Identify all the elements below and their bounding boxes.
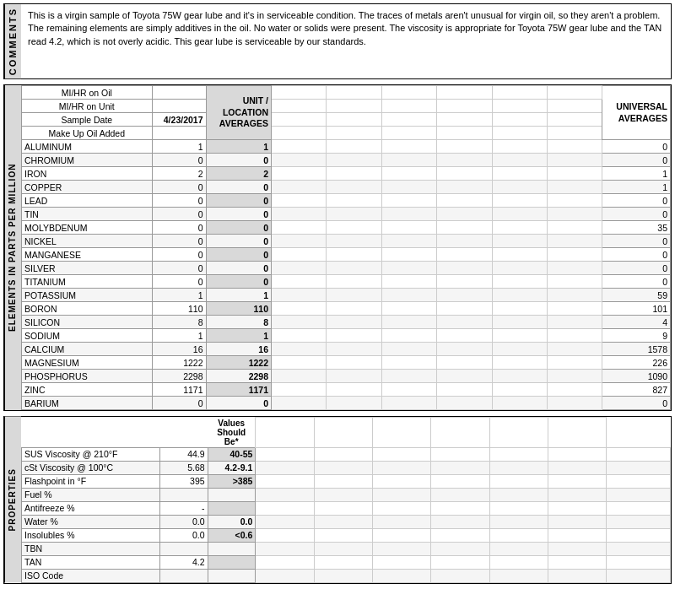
prop-value: 0.0 [159,528,208,542]
element-avg: 1 [206,289,271,302]
prop-value: 0.0 [159,515,208,528]
element-avg: 0 [206,235,271,248]
element-row: MOLYBDENUM 0 0 35 [22,221,671,235]
element-row: TITANIUM 0 0 0 [22,275,671,289]
element-row: BORON 110 110 101 [22,302,671,316]
element-name: TITANIUM [22,275,153,289]
properties-section: PROPERTIES ValuesShould Be* SUS Viscosit… [3,416,672,584]
element-universal: 101 [602,302,671,316]
element-row: NICKEL 0 0 0 [22,235,671,248]
prop-value: 44.9 [159,447,208,461]
sample-date-label: Sample Date [22,113,153,127]
element-name: BARIUM [22,397,153,410]
prop-name: Flashpoint in °F [22,474,160,488]
prop-name: Fuel % [22,488,160,501]
element-name: SILVER [22,262,153,275]
property-row: Flashpoint in °F 395 >385 [22,474,671,488]
element-value: 0 [152,194,206,208]
makeup-oil-label: Make Up Oil Added [22,127,153,140]
element-value: 1222 [152,356,206,370]
sample-date-value: 4/23/2017 [152,113,206,127]
element-avg: 0 [206,248,271,262]
header-row-mi-oil: MI/HR on Oil UNIT /LOCATIONAVERAGES UNIV… [22,86,671,100]
property-row: cSt Viscosity @ 100°C 5.68 4.2-9.1 [22,461,671,474]
element-value: 1171 [152,383,206,397]
prop-name: Insolubles % [22,528,160,542]
element-value: 16 [152,343,206,356]
element-universal: 4 [602,316,671,329]
element-row: SILICON 8 8 4 [22,316,671,329]
element-universal: 1578 [602,343,671,356]
element-value: 0 [152,221,206,235]
prop-should-be: 40-55 [208,447,256,461]
property-row: Fuel % [22,488,671,501]
element-avg: 2 [206,167,271,181]
element-name: PHOSPHORUS [22,370,153,383]
property-row: Insolubles % 0.0 <0.6 [22,528,671,542]
element-name: MANGANESE [22,248,153,262]
prop-should-be: 0.0 [208,515,256,528]
element-row: SODIUM 1 1 9 [22,329,671,343]
prop-should-be: <0.6 [208,528,256,542]
element-value: 0 [152,208,206,221]
prop-name: TAN [22,555,160,569]
element-avg: 1171 [206,383,271,397]
prop-name: ISO Code [22,569,160,582]
prop-value: - [159,501,208,515]
element-avg: 0 [206,262,271,275]
element-avg: 0 [206,221,271,235]
element-universal: 0 [602,140,671,154]
element-universal: 59 [602,289,671,302]
values-should-be-label: ValuesShould Be* [208,418,256,448]
element-name: TIN [22,208,153,221]
element-avg: 0 [206,194,271,208]
element-value: 0 [152,235,206,248]
properties-table: ValuesShould Be* SUS Viscosity @ 210°F 4… [21,417,671,583]
properties-label: PROPERTIES [4,417,21,583]
element-avg: 16 [206,343,271,356]
universal-averages-header: UNIVERSALAVERAGES [602,86,671,140]
element-universal: 0 [602,262,671,275]
element-universal: 1 [602,167,671,181]
element-universal: 226 [602,356,671,370]
element-avg: 0 [206,181,271,194]
element-avg: 8 [206,316,271,329]
mi-hr-unit-label: MI/HR on Unit [22,100,153,113]
element-value: 2 [152,167,206,181]
element-universal: 0 [602,194,671,208]
element-universal: 0 [602,154,671,167]
property-row: Water % 0.0 0.0 [22,515,671,528]
comments-section: COMMENTS This is a virgin sample of Toyo… [3,3,672,79]
element-value: 2298 [152,370,206,383]
element-row: ZINC 1171 1171 827 [22,383,671,397]
header-row-makeup-oil: Make Up Oil Added [22,127,671,140]
element-row: MANGANESE 0 0 0 [22,248,671,262]
element-universal: 827 [602,383,671,397]
prop-should-be: 4.2-9.1 [208,461,256,474]
element-name: SILICON [22,316,153,329]
prop-name: SUS Viscosity @ 210°F [22,447,160,461]
prop-value: 5.68 [159,461,208,474]
element-value: 0 [152,248,206,262]
element-universal: 35 [602,221,671,235]
comments-label: COMMENTS [4,4,21,78]
property-row: TBN [22,542,671,555]
page-container: COMMENTS This is a virgin sample of Toyo… [0,0,675,587]
element-value: 0 [152,275,206,289]
prop-should-be: >385 [208,474,256,488]
mi-hr-oil-label: MI/HR on Oil [22,86,153,100]
element-universal: 0 [602,275,671,289]
element-universal: 0 [602,397,671,410]
property-row: TAN 4.2 [22,555,671,569]
prop-value [159,542,208,555]
element-universal: 0 [602,235,671,248]
element-name: CALCIUM [22,343,153,356]
element-row: CHROMIUM 0 0 0 [22,154,671,167]
prop-value: 4.2 [159,555,208,569]
element-avg: 110 [206,302,271,316]
element-avg: 0 [206,154,271,167]
element-row: BARIUM 0 0 0 [22,397,671,410]
element-name: IRON [22,167,153,181]
element-universal: 0 [602,208,671,221]
element-value: 0 [152,262,206,275]
